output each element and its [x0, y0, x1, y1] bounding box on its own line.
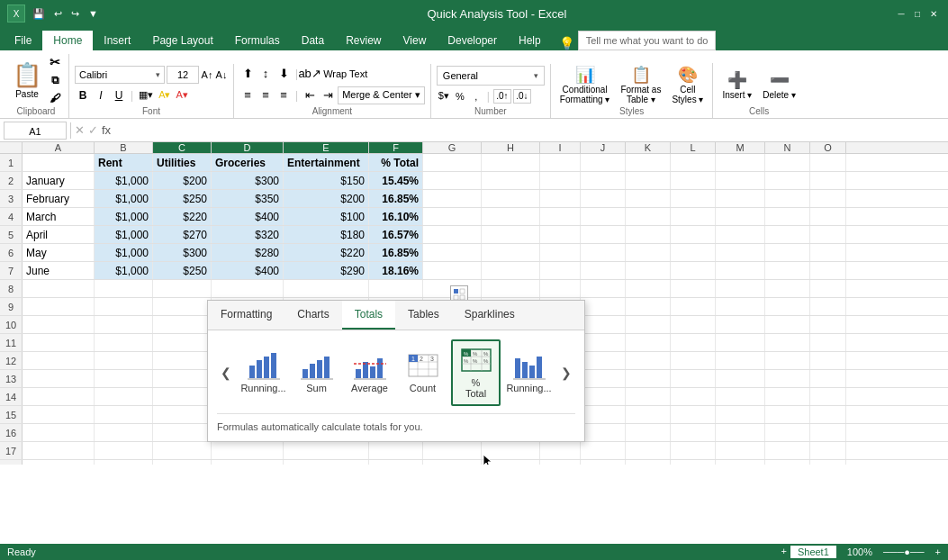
- cell-c4[interactable]: $220: [153, 208, 212, 225]
- underline-button[interactable]: U: [111, 87, 127, 104]
- cell-d1[interactable]: Groceries: [212, 154, 284, 171]
- cell-c6[interactable]: $300: [153, 244, 212, 261]
- cell-d2[interactable]: $300: [212, 172, 284, 189]
- cell-c7[interactable]: $250: [153, 262, 212, 279]
- cell-c5[interactable]: $270: [153, 226, 212, 243]
- qa-item-average[interactable]: Average: [345, 345, 394, 401]
- new-sheet-button[interactable]: +: [781, 546, 786, 558]
- tab-home[interactable]: Home: [42, 31, 93, 50]
- cell-i6[interactable]: [540, 244, 581, 261]
- cell-o2[interactable]: [810, 172, 846, 189]
- cell-m1[interactable]: [716, 154, 765, 171]
- cell-f3[interactable]: 16.85%: [369, 190, 423, 207]
- cell-e7[interactable]: $290: [284, 262, 369, 279]
- cell-d6[interactable]: $280: [212, 244, 284, 261]
- cell-g2[interactable]: [423, 172, 482, 189]
- qa-item-pct-total[interactable]: % % % % % % % Total: [451, 339, 501, 406]
- bold-button[interactable]: B: [75, 87, 91, 104]
- cell-m7[interactable]: [716, 262, 765, 279]
- cell-j2[interactable]: [581, 172, 626, 189]
- tab-formulas[interactable]: Formulas: [224, 31, 291, 50]
- insert-function-icon[interactable]: fx: [102, 123, 111, 137]
- qa-item-count[interactable]: 1 2 3 Count: [398, 345, 447, 401]
- tell-me-input[interactable]: Tell me what you want to do: [578, 31, 717, 50]
- merge-center-button[interactable]: Merge & Center ▾: [338, 86, 425, 104]
- cell-h4[interactable]: [482, 208, 540, 225]
- col-header-j[interactable]: J: [581, 142, 626, 153]
- font-color-button[interactable]: A▾: [174, 87, 189, 104]
- cell-k3[interactable]: [626, 190, 671, 207]
- col-header-h[interactable]: H: [482, 142, 540, 153]
- cell-n2[interactable]: [765, 172, 810, 189]
- cell-a6[interactable]: May: [23, 244, 95, 261]
- qa-tab-charts[interactable]: Charts: [284, 301, 341, 330]
- cell-j5[interactable]: [581, 226, 626, 243]
- cell-h6[interactable]: [482, 244, 540, 261]
- cell-j3[interactable]: [581, 190, 626, 207]
- cell-m5[interactable]: [716, 226, 765, 243]
- top-align-button[interactable]: ⬆: [239, 66, 256, 82]
- cell-j6[interactable]: [581, 244, 626, 261]
- cell-g3[interactable]: [423, 190, 482, 207]
- cell-o3[interactable]: [810, 190, 846, 207]
- cell-b3[interactable]: $1,000: [95, 190, 153, 207]
- align-left-button[interactable]: ≡: [239, 87, 256, 104]
- row-num-3[interactable]: 3: [0, 190, 23, 207]
- cell-m2[interactable]: [716, 172, 765, 189]
- cell-e3[interactable]: $200: [284, 190, 369, 207]
- cell-l3[interactable]: [671, 190, 716, 207]
- cell-o6[interactable]: [810, 244, 846, 261]
- col-header-k[interactable]: K: [626, 142, 671, 153]
- cell-f7[interactable]: 18.16%: [369, 262, 423, 279]
- cell-n6[interactable]: [765, 244, 810, 261]
- cell-l6[interactable]: [671, 244, 716, 261]
- font-size-selector[interactable]: 12: [167, 66, 199, 84]
- cell-m4[interactable]: [716, 208, 765, 225]
- close-button[interactable]: ✕: [926, 6, 941, 21]
- increase-font-size-button[interactable]: A↑: [201, 67, 213, 83]
- confirm-formula-icon[interactable]: ✓: [88, 123, 98, 137]
- middle-align-button[interactable]: ↕: [257, 66, 274, 82]
- cell-l1[interactable]: [671, 154, 716, 171]
- wrap-text-button[interactable]: Wrap Text: [320, 65, 371, 83]
- cell-f6[interactable]: 16.85%: [369, 244, 423, 261]
- col-header-d[interactable]: D: [212, 142, 284, 153]
- sheet1-tab[interactable]: Sheet1: [790, 546, 836, 558]
- cell-o4[interactable]: [810, 208, 846, 225]
- cell-h7[interactable]: [482, 262, 540, 279]
- cut-button[interactable]: ✂: [47, 54, 63, 70]
- row-num-2[interactable]: 2: [0, 172, 23, 189]
- col-header-n[interactable]: N: [765, 142, 810, 153]
- col-header-b[interactable]: B: [95, 142, 153, 153]
- cell-i7[interactable]: [540, 262, 581, 279]
- qa-tab-sparklines[interactable]: Sparklines: [452, 301, 528, 330]
- cell-k4[interactable]: [626, 208, 671, 225]
- cell-e5[interactable]: $180: [284, 226, 369, 243]
- cell-g6[interactable]: [423, 244, 482, 261]
- cell-d7[interactable]: $400: [212, 262, 284, 279]
- cell-m6[interactable]: [716, 244, 765, 261]
- cell-b1[interactable]: Rent: [95, 154, 153, 171]
- cell-c1[interactable]: Utilities: [153, 154, 212, 171]
- cell-e2[interactable]: $150: [284, 172, 369, 189]
- col-header-e[interactable]: E: [284, 142, 369, 153]
- cell-h3[interactable]: [482, 190, 540, 207]
- number-format-selector[interactable]: General▾: [437, 66, 545, 86]
- qa-item-running[interactable]: Running...: [239, 345, 288, 401]
- cancel-formula-icon[interactable]: ✕: [75, 123, 85, 137]
- cell-styles-button[interactable]: 🎨 CellStyles ▾: [668, 63, 707, 106]
- col-header-f[interactable]: F: [369, 142, 423, 153]
- tab-data[interactable]: Data: [291, 31, 335, 50]
- row-num-6[interactable]: 6: [0, 244, 23, 261]
- tab-view[interactable]: View: [393, 31, 438, 50]
- font-name-selector[interactable]: Calibri▾: [75, 66, 165, 84]
- increase-decimal-button[interactable]: .0↑: [493, 89, 511, 104]
- cell-f2[interactable]: 15.45%: [369, 172, 423, 189]
- currency-button[interactable]: $▾: [437, 89, 451, 104]
- formula-input[interactable]: [114, 124, 944, 137]
- qa-item-running2[interactable]: Running...: [504, 345, 554, 401]
- cell-a2[interactable]: January: [23, 172, 95, 189]
- cell-i3[interactable]: [540, 190, 581, 207]
- cell-b4[interactable]: $1,000: [95, 208, 153, 225]
- cell-n1[interactable]: [765, 154, 810, 171]
